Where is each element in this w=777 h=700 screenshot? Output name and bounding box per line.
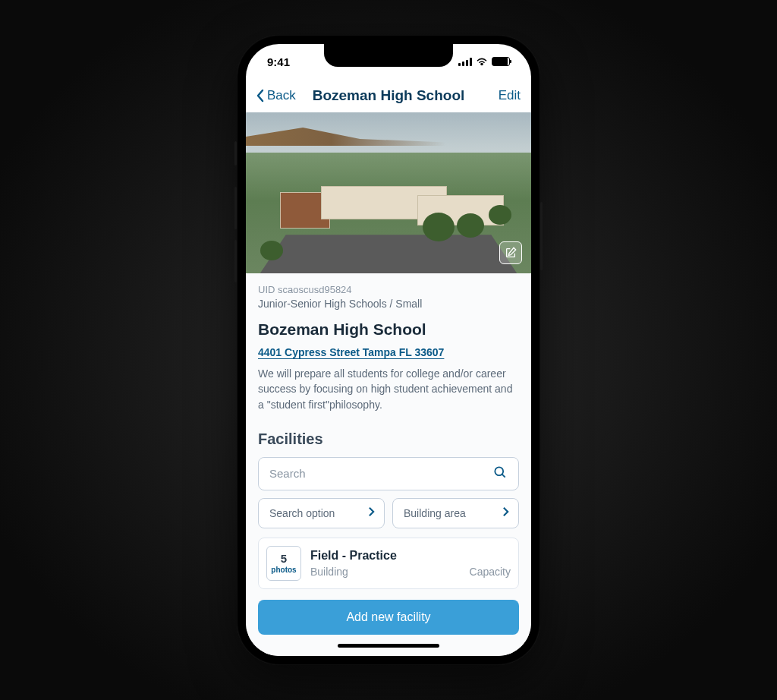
- facility-card[interactable]: 5 photos Field - Practice Building Capac…: [258, 538, 519, 589]
- status-time: 9:41: [267, 55, 290, 68]
- uid-text: UID scaoscusd95824: [258, 284, 519, 295]
- volume-down-button: [234, 240, 237, 282]
- facility-name: Field - Practice: [310, 549, 511, 563]
- photo-count-label: photos: [271, 566, 296, 574]
- notch: [324, 44, 453, 67]
- filter-label: Search option: [269, 507, 335, 519]
- chevron-left-icon: [256, 89, 264, 102]
- search-box[interactable]: [258, 457, 519, 490]
- address-link[interactable]: 4401 Cypress Street Tampa FL 33607: [258, 346, 519, 358]
- svg-line-1: [502, 475, 505, 478]
- hero-image: [246, 112, 531, 273]
- status-indicators: [458, 55, 510, 68]
- side-button: [234, 141, 237, 166]
- filter-search-option[interactable]: Search option: [258, 498, 385, 528]
- filter-building-area[interactable]: Building area: [392, 498, 519, 528]
- photo-count: 5: [281, 553, 287, 564]
- facilities-heading: Facilities: [258, 430, 519, 448]
- add-facility-button[interactable]: Add new facility: [258, 600, 519, 635]
- school-name: Bozeman High School: [258, 320, 519, 339]
- chevron-right-icon: [368, 506, 375, 519]
- photo-count-badge: 5 photos: [266, 546, 301, 581]
- svg-point-0: [495, 467, 503, 475]
- facility-capacity-label: Capacity: [470, 566, 511, 578]
- search-icon: [492, 465, 508, 483]
- nav-title: Bozeman High School: [313, 87, 465, 104]
- volume-up-button: [234, 187, 237, 229]
- filter-row: Search option Building area: [258, 498, 519, 528]
- screen: 9:41 Back Bozeman High School Edit: [246, 44, 531, 656]
- description-text: We will prepare all students for college…: [258, 366, 519, 412]
- chevron-right-icon: [502, 506, 509, 519]
- search-input[interactable]: [269, 467, 492, 480]
- nav-bar: Back Bozeman High School Edit: [246, 79, 531, 112]
- facility-meta: Building Capacity: [310, 566, 511, 578]
- pencil-square-icon: [505, 247, 517, 259]
- category-text: Junior-Senior High Schools / Small: [258, 298, 519, 310]
- wifi-icon: [476, 55, 488, 68]
- back-label: Back: [267, 88, 296, 103]
- power-button: [540, 202, 543, 270]
- filter-label: Building area: [404, 507, 466, 519]
- home-indicator[interactable]: [338, 644, 439, 648]
- battery-icon: [492, 57, 510, 66]
- cellular-icon: [458, 58, 472, 66]
- edit-button[interactable]: Edit: [499, 88, 521, 103]
- phone-frame: 9:41 Back Bozeman High School Edit: [237, 35, 540, 665]
- content: UID scaoscusd95824 Junior-Senior High Sc…: [246, 273, 531, 656]
- facility-info: Field - Practice Building Capacity: [310, 546, 511, 581]
- facility-type-label: Building: [310, 566, 348, 578]
- edit-photo-button[interactable]: [499, 241, 522, 264]
- back-button[interactable]: Back: [256, 88, 296, 103]
